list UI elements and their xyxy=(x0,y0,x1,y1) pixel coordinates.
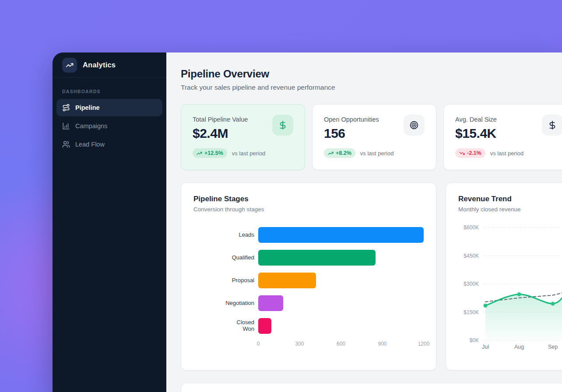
x-axis-labels: JulAugSep xyxy=(483,344,562,352)
dollar-icon xyxy=(548,120,557,130)
x-axis-label-sep: Sep xyxy=(548,344,558,350)
app-window: Analytics DASHBOARDS PipelineCampaignsLe… xyxy=(53,52,562,392)
bar-row-leads: Leads xyxy=(193,227,424,243)
sidebar-item-label: Pipeline xyxy=(75,104,100,111)
bar-category-label: Qualified xyxy=(193,255,258,261)
data-point-jul[interactable] xyxy=(484,304,488,308)
sidebar-item-label: Campaigns xyxy=(75,122,107,130)
kpi-footer: +12.5%vs last period xyxy=(193,148,293,158)
kpi-delta-badge: +12.5% xyxy=(193,148,227,158)
data-point-aug[interactable] xyxy=(517,292,521,296)
kpi-icon-badge xyxy=(542,115,562,136)
kpi-footer: +8.2%vs last period xyxy=(324,148,425,158)
y-axis-labels: $600K$450K$300K$150K$0K xyxy=(458,228,483,340)
page-title: Pipeline Overview xyxy=(181,68,562,80)
kpi-icon-badge xyxy=(272,115,293,136)
sidebar-item-label: Lead Flow xyxy=(75,141,105,148)
kpi-footer: -2.1%vs last period xyxy=(455,148,562,158)
revenue-area-fill xyxy=(485,291,562,340)
trending-up-icon xyxy=(197,150,202,156)
x-axis-tick: 600 xyxy=(337,341,345,347)
bar-negotiation[interactable] xyxy=(258,295,283,311)
pipeline-stages-chart: LeadsQualifiedProposalNegotiationClosed … xyxy=(193,227,424,349)
kpi-delta-value: -2.1% xyxy=(467,150,481,156)
revenue-trend-subtitle: Monthly closed revenue xyxy=(458,206,562,213)
sidebar-section-label: DASHBOARDS xyxy=(62,89,166,94)
x-axis-tick: 1200 xyxy=(418,341,430,347)
x-axis-label-aug: Aug xyxy=(514,344,524,350)
kpi-card-avg-deal-size: Avg. Deal Size$15.4K-2.1%vs last period xyxy=(443,104,562,170)
route-icon xyxy=(62,104,70,112)
kpi-compare-text: vs last period xyxy=(360,150,394,157)
y-axis-label: $450K xyxy=(464,253,479,259)
kpi-card-row: Total Pipeline Value$2.4M+12.5%vs last p… xyxy=(181,104,562,170)
dollar-icon xyxy=(278,120,288,130)
bar-track xyxy=(258,250,424,266)
sidebar: Analytics DASHBOARDS PipelineCampaignsLe… xyxy=(53,52,166,392)
kpi-compare-text: vs last period xyxy=(490,150,524,157)
x-axis-tick: 300 xyxy=(295,341,304,347)
revenue-trend-chart: $600K$450K$300K$150K$0K JulAugSep xyxy=(458,228,562,352)
page-subtitle: Track your sales pipeline and revenue pe… xyxy=(181,84,562,91)
bar-closed-won[interactable] xyxy=(258,318,271,334)
bar-proposal[interactable] xyxy=(258,273,316,288)
bar-category-label: Closed Won xyxy=(193,319,258,332)
trending-up-icon xyxy=(66,61,74,69)
y-axis-label: $0K xyxy=(470,337,479,343)
trending-down-icon xyxy=(459,150,465,156)
bar-track xyxy=(258,318,424,334)
main-content: Pipeline Overview Track your sales pipel… xyxy=(166,52,562,392)
bar-track xyxy=(258,295,424,311)
bar-row-closed-won: Closed Won xyxy=(193,318,424,334)
bar-row-negotiation: Negotiation xyxy=(193,295,424,311)
sidebar-item-pipeline[interactable]: Pipeline xyxy=(56,99,162,116)
kpi-delta-value: +8.2% xyxy=(336,150,351,156)
bar-leads[interactable] xyxy=(258,227,424,243)
bar-category-label: Negotiation xyxy=(193,300,258,307)
sidebar-item-lead-flow[interactable]: Lead Flow xyxy=(56,136,162,153)
plot-area xyxy=(483,228,562,340)
x-axis-tick: 0 xyxy=(257,341,260,347)
app-logo xyxy=(62,58,77,73)
sidebar-header: Analytics xyxy=(53,52,166,78)
bar-track xyxy=(258,273,424,288)
kpi-card-open-opportunities: Open Opportunities156+8.2%vs last period xyxy=(312,104,436,170)
pipeline-stages-title: Pipeline Stages xyxy=(193,195,424,203)
y-axis-label: $300K xyxy=(464,281,479,287)
bar-category-label: Leads xyxy=(193,232,258,238)
kpi-delta-value: +12.5% xyxy=(204,150,223,156)
bar-track xyxy=(258,227,424,243)
users-icon xyxy=(62,140,70,148)
y-axis-label: $600K xyxy=(464,224,479,231)
y-axis-label: $150K xyxy=(464,309,479,315)
kpi-delta-badge: -2.1% xyxy=(455,148,485,158)
pipeline-stages-card: Pipeline Stages Conversion through stage… xyxy=(181,182,436,371)
data-point-sep[interactable] xyxy=(551,302,555,306)
sidebar-item-campaigns[interactable]: Campaigns xyxy=(56,117,162,135)
bar-chart-body: LeadsQualifiedProposalNegotiationClosed … xyxy=(193,227,424,334)
line-chart-body: $600K$450K$300K$150K$0K xyxy=(458,228,562,340)
bar-category-label: Proposal xyxy=(193,277,258,284)
trending-up-icon xyxy=(328,150,334,156)
bar-qualified[interactable] xyxy=(258,250,376,266)
target-icon xyxy=(409,120,419,130)
x-axis-tick: 900 xyxy=(378,341,386,347)
kpi-icon-badge xyxy=(404,115,425,136)
kpi-card-total-pipeline-value: Total Pipeline Value$2.4M+12.5%vs last p… xyxy=(181,104,305,170)
revenue-trend-card: Revenue Trend Monthly closed revenue $60… xyxy=(446,182,562,371)
bottom-card-partial xyxy=(181,383,562,392)
bar-row-qualified: Qualified xyxy=(193,250,424,266)
revenue-trend-title: Revenue Trend xyxy=(458,195,562,203)
x-axis-label-jul: Jul xyxy=(482,344,489,350)
app-title: Analytics xyxy=(83,61,116,69)
sidebar-nav: PipelineCampaignsLead Flow xyxy=(53,98,166,154)
charts-row: Pipeline Stages Conversion through stage… xyxy=(181,182,562,371)
bar-chart-icon xyxy=(62,122,70,130)
kpi-compare-text: vs last period xyxy=(232,150,266,157)
pipeline-stages-subtitle: Conversion through stages xyxy=(193,206,424,213)
kpi-delta-badge: +8.2% xyxy=(324,148,355,158)
bar-row-proposal: Proposal xyxy=(193,273,424,288)
bar-x-axis: 03006009001200 xyxy=(258,341,424,349)
